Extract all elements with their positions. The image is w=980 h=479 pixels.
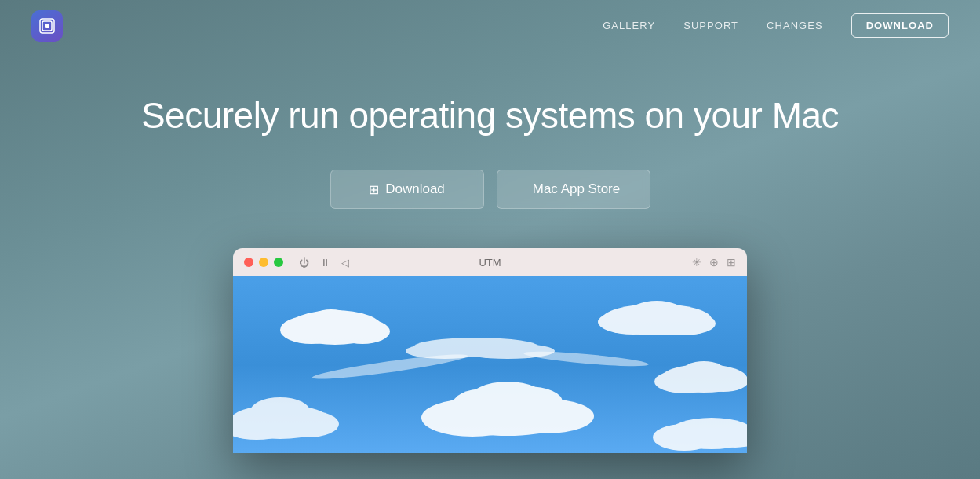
- hero-section: Securely run operating systems on your M…: [0, 51, 980, 453]
- svg-point-24: [492, 386, 563, 418]
- settings-icon[interactable]: ✳: [692, 256, 701, 269]
- back-icon: ◁: [341, 257, 349, 269]
- download-label: Download: [385, 181, 445, 197]
- svg-point-28: [250, 397, 310, 426]
- window-content: [233, 276, 747, 453]
- hero-buttons: ⊞ Download Mac App Store: [0, 170, 980, 209]
- nav-links: GALLERY SUPPORT CHANGES DOWNLOAD: [603, 13, 949, 38]
- hero-title: Securely run operating systems on your M…: [0, 94, 980, 137]
- folder-icon[interactable]: ⊞: [727, 256, 736, 269]
- app-window-container: ⏻ ⏸ ◁ UTM ✳ ⊕ ⊞: [0, 248, 980, 453]
- minimize-button[interactable]: [259, 258, 268, 267]
- traffic-lights: [244, 258, 283, 267]
- mas-label: Mac App Store: [533, 181, 621, 197]
- svg-point-30: [653, 424, 716, 451]
- mas-button[interactable]: Mac App Store: [497, 170, 650, 209]
- nav-download-button[interactable]: DOWNLOAD: [851, 13, 949, 38]
- window-title: UTM: [479, 257, 501, 269]
- network-icon[interactable]: ⊕: [709, 256, 719, 269]
- maximize-button[interactable]: [274, 258, 283, 267]
- download-button[interactable]: ⊞ Download: [330, 170, 484, 209]
- svg-point-15: [682, 361, 726, 383]
- svg-rect-2: [45, 24, 49, 28]
- nav-support[interactable]: SUPPORT: [683, 20, 738, 31]
- download-icon: ⊞: [369, 182, 379, 197]
- svg-point-7: [308, 309, 355, 335]
- navbar: GALLERY SUPPORT CHANGES DOWNLOAD: [0, 0, 980, 51]
- nav-gallery[interactable]: GALLERY: [603, 20, 655, 31]
- window-titlebar: ⏻ ⏸ ◁ UTM ✳ ⊕ ⊞: [233, 248, 747, 276]
- app-window: ⏻ ⏸ ◁ UTM ✳ ⊕ ⊞: [233, 248, 747, 453]
- window-right-icons: ✳ ⊕ ⊞: [692, 256, 736, 269]
- logo[interactable]: [31, 10, 63, 42]
- window-controls: ⏻ ⏸ ◁: [299, 257, 349, 269]
- close-button[interactable]: [244, 258, 253, 267]
- power-icon: ⏻: [299, 257, 309, 269]
- pause-icon: ⏸: [320, 257, 330, 269]
- nav-changes[interactable]: CHANGES: [767, 20, 823, 31]
- svg-point-11: [629, 301, 684, 324]
- logo-icon: [31, 10, 63, 42]
